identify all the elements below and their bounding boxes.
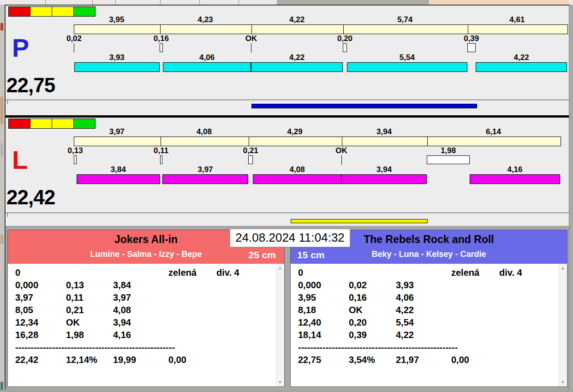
dog-time-bar <box>347 62 467 72</box>
table-cell: 0,39 <box>349 330 367 340</box>
lane-panel-l: 3,970,133,844,080,113,974,290,214,083,94… <box>6 118 569 213</box>
pass-deviation-box <box>467 43 476 52</box>
dog-time-label: 3,97 <box>162 165 249 174</box>
split-time-bar <box>74 24 568 34</box>
lane-track-p: 3,950,023,934,230,164,064,22OK4,225,740,… <box>6 6 569 100</box>
table-cell: ----------------------------------------… <box>298 342 458 353</box>
pass-deviation-box <box>74 155 77 164</box>
scroll-up-icon[interactable]: ▲ <box>276 264 284 272</box>
scroll-down-icon[interactable]: ▼ <box>276 379 284 386</box>
table-cell: div. 4 <box>499 267 522 278</box>
table-cell: ----------------------------------------… <box>15 342 175 353</box>
team-results-body: 0zelenádiv. 40,0000,133,843,970,113,978,… <box>8 264 284 386</box>
table-cell: 1,98 <box>66 330 84 340</box>
split-divider <box>160 25 161 34</box>
jump-height-label: 15 cm <box>297 249 325 261</box>
flyball-timing-window: 3,950,023,934,230,164,064,22OK4,225,740,… <box>5 5 569 390</box>
table-cell: 5,54 <box>396 317 414 328</box>
team-results-table: 0zelenádiv. 40,0000,023,933,950,164,068,… <box>291 267 559 386</box>
pass-time-label: 0,02 <box>55 34 92 43</box>
background-window-titlebar <box>277 0 429 5</box>
background-fragment <box>0 235 3 244</box>
team-results-body: 0zelenádiv. 40,0000,023,933,950,164,068,… <box>291 264 567 386</box>
team-subheader: Beky - Luna - Kelsey - Cardie 15 cm <box>291 246 567 262</box>
table-cell: 0,16 <box>349 292 367 303</box>
pass-time-label: 0,21 <box>232 146 269 155</box>
pass-deviation-box <box>343 43 347 52</box>
dog-time-bar <box>162 174 249 184</box>
table-separator-row: ----------------------------------------… <box>291 342 559 355</box>
toolbar-separator <box>239 0 239 5</box>
dog-time-label: 4,08 <box>253 165 341 174</box>
pass-time-label: 0,11 <box>143 146 179 155</box>
pass-time-label: 0,20 <box>327 34 364 43</box>
lane-total-time-p: 22,75 <box>6 74 55 97</box>
progress-bar-p <box>251 104 477 108</box>
lane-letter-p: P <box>12 35 29 61</box>
table-summary-row: 22,4212,14%19,990,00 <box>8 355 276 367</box>
split-divider <box>468 25 468 34</box>
dog-time-label: 3,93 <box>74 53 160 62</box>
split-divider <box>251 25 252 34</box>
dog-time-bar <box>253 174 341 184</box>
pass-deviation-box <box>248 155 253 164</box>
scrollbar[interactable]: ▲ ▼ <box>559 264 567 386</box>
pass-deviation-box <box>160 43 163 52</box>
dog-time-label: 3,84 <box>77 165 160 174</box>
toolbar-separator <box>199 0 200 5</box>
dog-time-label: 4,16 <box>470 165 560 174</box>
table-cell: 3,93 <box>396 280 414 291</box>
table-cell: 12,34 <box>15 317 38 328</box>
table-separator-row: ----------------------------------------… <box>8 342 276 355</box>
table-row: 16,281,984,16 <box>8 330 276 342</box>
split-time-bar <box>74 137 561 146</box>
table-cell: 0,13 <box>66 280 84 291</box>
lane-total-time-l: 22,42 <box>6 186 55 209</box>
scrollbar[interactable]: ▲ ▼ <box>276 264 284 386</box>
split-time-label: 4,61 <box>467 15 567 24</box>
table-cell: 4,22 <box>396 305 414 315</box>
pass-time-label: 0,13 <box>57 146 94 155</box>
table-row: 0,0000,133,84 <box>8 280 276 292</box>
split-divider <box>343 25 344 34</box>
table-cell: zelená <box>168 267 197 278</box>
table-cell: 3,54% <box>349 355 375 365</box>
table-cell: zelená <box>451 267 479 278</box>
table-cell: OK <box>349 305 363 315</box>
team-dogs: Lumine - Salma - Izzy - Bepe <box>8 246 284 259</box>
toolbar-separator <box>115 0 116 5</box>
window-right-border <box>569 5 573 390</box>
team-results-table: 0zelenádiv. 40,0000,133,843,970,113,978,… <box>8 267 276 386</box>
lane-progress-strip-p <box>6 100 569 115</box>
table-cell: 0,00 <box>451 355 469 365</box>
table-cell: 16,28 <box>15 330 38 340</box>
table-cell: 3,97 <box>113 292 131 303</box>
table-cell: 0 <box>15 267 20 278</box>
split-divider <box>161 137 161 146</box>
scroll-down-icon[interactable]: ▼ <box>559 379 567 386</box>
team-panel-left: Jokers All-in Lumine - Salma - Izzy - Be… <box>7 230 285 387</box>
table-cell: 4,22 <box>396 330 414 340</box>
table-cell: 0,21 <box>66 305 84 315</box>
scroll-up-icon[interactable]: ▲ <box>559 264 567 272</box>
team-subheader: Lumine - Salma - Izzy - Bepe 25 cm <box>8 246 284 262</box>
table-cell: 21,97 <box>396 355 419 365</box>
lane-letter-l: L <box>12 147 28 173</box>
background-window-left-strip <box>0 5 5 390</box>
pass-tick-mark <box>74 43 74 53</box>
datetime-display: 24.08.2024 11:04:32 <box>230 229 350 247</box>
background-fragment <box>0 97 3 125</box>
dog-time-bar <box>470 174 560 184</box>
table-cell: 4,06 <box>396 292 414 303</box>
dog-time-label: 4,22 <box>476 53 567 62</box>
table-cell: 12,14% <box>66 355 97 365</box>
pass-deviation-box <box>427 155 470 164</box>
table-cell: 3,94 <box>113 317 131 328</box>
pass-time-label: 0,39 <box>453 34 490 43</box>
table-cell: 4,16 <box>113 330 131 340</box>
table-row: 8,050,214,08 <box>8 305 276 317</box>
split-time-label: 4,23 <box>160 15 251 24</box>
lane-track-l: 3,970,133,844,080,113,974,290,214,083,94… <box>6 118 569 213</box>
table-cell: 8,05 <box>15 305 33 315</box>
table-row: 0zelenádiv. 4 <box>8 267 276 280</box>
